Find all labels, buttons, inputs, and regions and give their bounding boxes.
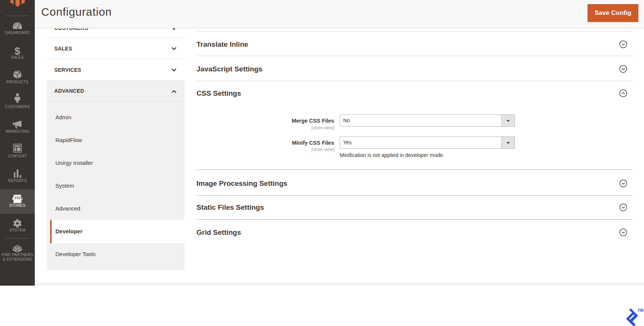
svg-text:TM: TM (638, 308, 643, 313)
svg-text:$: $ (15, 46, 20, 56)
